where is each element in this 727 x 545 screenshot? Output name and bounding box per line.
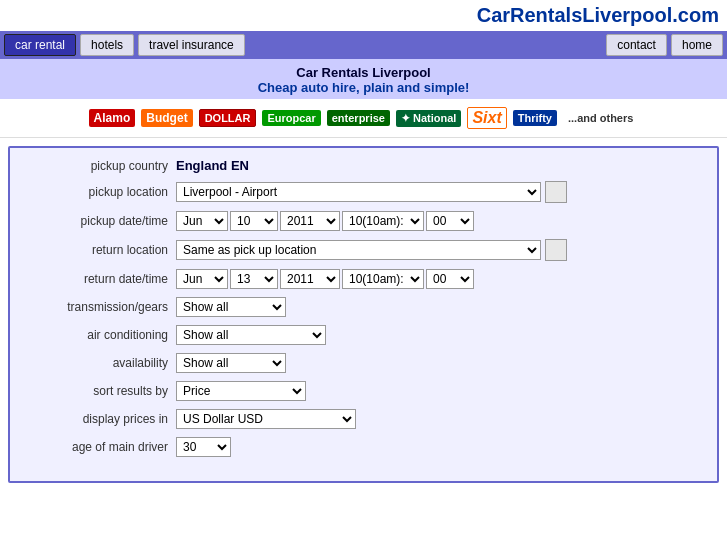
return-datetime-row: return date/time Jun 13 2011 10(10am): 0… — [26, 269, 701, 289]
currency-select[interactable]: US Dollar USD — [176, 409, 356, 429]
aircon-select[interactable]: Show all — [176, 325, 326, 345]
site-title: CarRentalsLiverpool.com — [0, 0, 727, 31]
sort-select[interactable]: Price — [176, 381, 306, 401]
pickup-datetime-row: pickup date/time Jun 10 2011 10(10am): 0… — [26, 211, 701, 231]
pickup-location-select[interactable]: Liverpool - Airport — [176, 182, 541, 202]
pickup-country-label: pickup country — [26, 159, 176, 173]
pickup-year-select[interactable]: 2011 — [280, 211, 340, 231]
nav-car-rental[interactable]: car rental — [4, 34, 76, 56]
age-row: age of main driver 30 — [26, 437, 701, 457]
promo-banner: Car Rentals Liverpool Cheap auto hire, p… — [0, 59, 727, 99]
avail-row: availability Show all — [26, 353, 701, 373]
nav-hotels[interactable]: hotels — [80, 34, 134, 56]
nav-travel-insurance[interactable]: travel insurance — [138, 34, 245, 56]
transmission-label: transmission/gears — [26, 300, 176, 314]
pickup-date-label: pickup date/time — [26, 214, 176, 228]
pickup-datetime-group: Jun 10 2011 10(10am): 00 — [176, 211, 474, 231]
nav-right: contact home — [606, 34, 723, 56]
logo-dollar: DOLLAR — [199, 109, 257, 127]
currency-row: display prices in US Dollar USD — [26, 409, 701, 429]
return-location-label: return location — [26, 243, 176, 257]
sort-label: sort results by — [26, 384, 176, 398]
logo-thrifty: Thrifty — [513, 110, 557, 126]
logo-bar: Alamo Budget DOLLAR Europcar enterprise … — [0, 99, 727, 138]
logo-national: ✦ National — [396, 110, 461, 127]
pickup-country-row: pickup country England EN — [26, 158, 701, 173]
nav-home[interactable]: home — [671, 34, 723, 56]
aircon-label: air conditioning — [26, 328, 176, 342]
currency-label: display prices in — [26, 412, 176, 426]
age-label: age of main driver — [26, 440, 176, 454]
logo-budget: Budget — [141, 109, 192, 127]
pickup-day-select[interactable]: 10 — [230, 211, 278, 231]
nav-left: car rental hotels travel insurance — [4, 34, 245, 56]
age-select[interactable]: 30 — [176, 437, 231, 457]
return-date-label: return date/time — [26, 272, 176, 286]
promo-line2: Cheap auto hire, plain and simple! — [4, 80, 723, 95]
logo-sixt: Sixt — [467, 107, 506, 129]
logo-enterprise: enterprise — [327, 110, 390, 126]
pickup-location-row: pickup location Liverpool - Airport — [26, 181, 701, 203]
pickup-month-select[interactable]: Jun — [176, 211, 228, 231]
main-area: pickup country England EN pickup locatio… — [0, 138, 727, 491]
sort-row: sort results by Price — [26, 381, 701, 401]
transmission-row: transmission/gears Show all — [26, 297, 701, 317]
return-location-select[interactable]: Same as pick up location — [176, 240, 541, 260]
transmission-select[interactable]: Show all — [176, 297, 286, 317]
nav-bar: car rental hotels travel insurance conta… — [0, 31, 727, 59]
pickup-location-label: pickup location — [26, 185, 176, 199]
form-box: pickup country England EN pickup locatio… — [8, 146, 719, 483]
logo-europcar: Europcar — [262, 110, 320, 126]
return-month-select[interactable]: Jun — [176, 269, 228, 289]
return-datetime-group: Jun 13 2011 10(10am): 00 — [176, 269, 474, 289]
return-location-row: return location Same as pick up location — [26, 239, 701, 261]
pickup-time-select[interactable]: 10(10am): — [342, 211, 424, 231]
return-min-select[interactable]: 00 — [426, 269, 474, 289]
return-day-select[interactable]: 13 — [230, 269, 278, 289]
promo-line1: Car Rentals Liverpool — [4, 65, 723, 80]
logo-alamo: Alamo — [89, 109, 136, 127]
pickup-min-select[interactable]: 00 — [426, 211, 474, 231]
avail-label: availability — [26, 356, 176, 370]
nav-contact[interactable]: contact — [606, 34, 667, 56]
pickup-location-color-btn[interactable] — [545, 181, 567, 203]
return-time-select[interactable]: 10(10am): — [342, 269, 424, 289]
avail-select[interactable]: Show all — [176, 353, 286, 373]
return-location-color-btn[interactable] — [545, 239, 567, 261]
aircon-row: air conditioning Show all — [26, 325, 701, 345]
logo-others: ...and others — [563, 110, 638, 126]
return-year-select[interactable]: 2011 — [280, 269, 340, 289]
pickup-country-value: England EN — [176, 158, 249, 173]
